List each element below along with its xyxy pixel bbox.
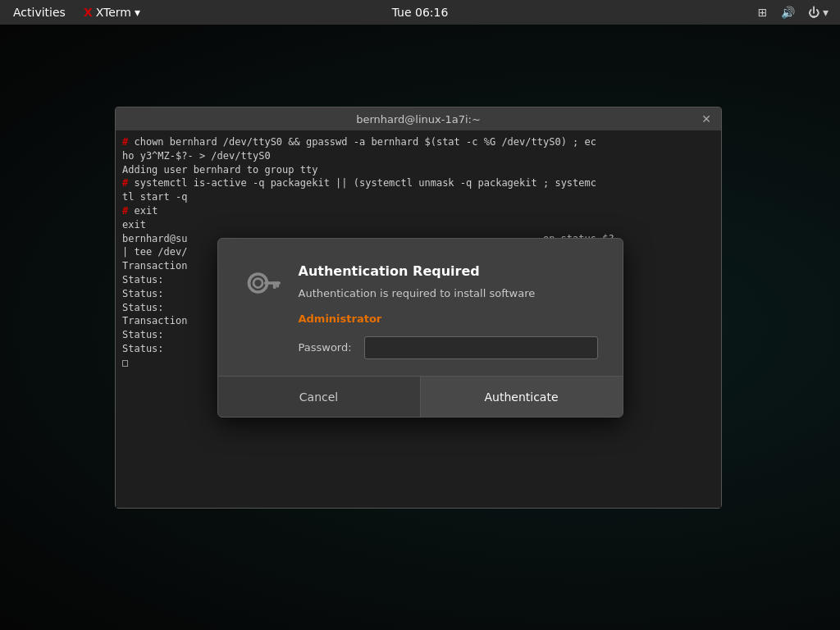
dialog-icon	[243, 263, 282, 303]
desktop: bernhard@linux-1a7i:~ ✕ # chown bernhard…	[0, 25, 840, 630]
top-bar: Activities X XTerm ▾ Tue 06:16 ⊞ 🔊 ⏻ ▾	[0, 0, 840, 25]
dialog-field: Password:	[299, 336, 598, 359]
volume-icon[interactable]: 🔊	[778, 4, 798, 21]
password-input[interactable]	[364, 336, 598, 359]
dialog-content: Authentication Required Authentication i…	[299, 263, 598, 359]
xterm-x-icon: X	[84, 6, 93, 19]
top-bar-left: Activities X XTerm ▾	[8, 4, 140, 21]
dialog-body: Authentication Required Authentication i…	[218, 239, 623, 376]
auth-dialog: Authentication Required Authentication i…	[217, 238, 623, 418]
xterm-dropdown-icon[interactable]: ▾	[135, 6, 140, 19]
svg-point-1	[253, 278, 262, 287]
xterm-label: XTerm	[96, 6, 131, 19]
xterm-button[interactable]: X XTerm ▾	[84, 6, 140, 19]
dialog-description: Authentication is required to install so…	[299, 287, 598, 299]
dialog-username: Administrator	[299, 313, 598, 325]
dialog-overlay: Authentication Required Authentication i…	[0, 25, 840, 630]
cancel-button[interactable]: Cancel	[218, 377, 421, 418]
activities-button[interactable]: Activities	[8, 4, 71, 21]
key-icon	[244, 265, 281, 301]
clock: Tue 06:16	[392, 6, 449, 19]
network-icon[interactable]: ⊞	[755, 4, 771, 21]
top-bar-right: ⊞ 🔊 ⏻ ▾	[755, 4, 832, 21]
power-icon[interactable]: ⏻ ▾	[805, 4, 832, 21]
authenticate-button[interactable]: Authenticate	[421, 377, 623, 418]
dialog-title: Authentication Required	[299, 263, 598, 279]
password-label: Password:	[299, 341, 356, 354]
dialog-footer: Cancel Authenticate	[218, 376, 623, 417]
